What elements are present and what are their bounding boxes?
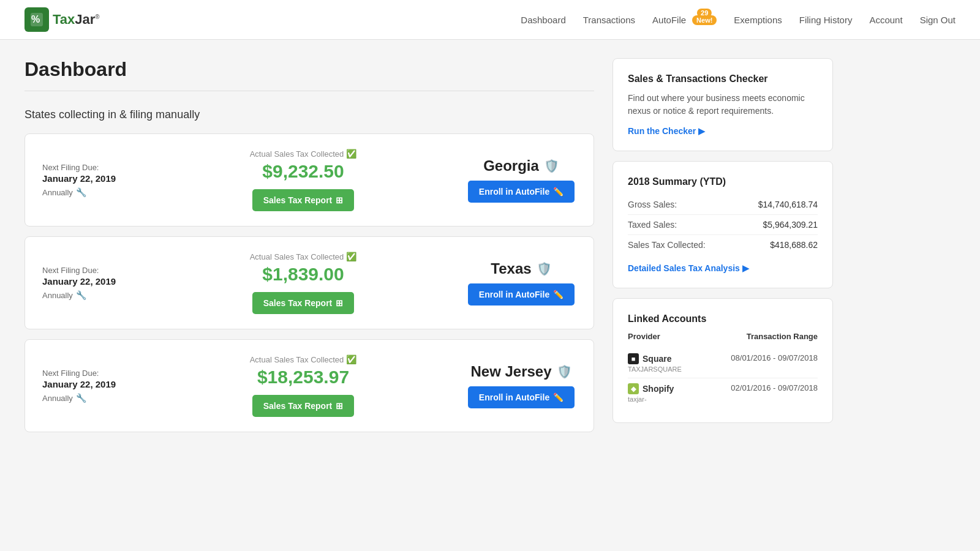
notif-wrapper: New! 29 (692, 15, 717, 24)
checker-card: Sales & Transactions Checker Find out wh… (612, 58, 833, 151)
next-filing-label-georgia: Next Filing Due: (42, 163, 140, 172)
linked-row-square: ■ Square TAXJARSQUARE 08/01/2016 - 09/07… (628, 348, 818, 378)
report-icon-georgia: ⊞ (336, 195, 343, 205)
check-icon-texas: ✅ (346, 252, 356, 261)
summary-row-taxed: Taxed Sales: $5,964,309.21 (628, 215, 818, 235)
page-title: Dashboard (24, 58, 594, 81)
summary-title: 2018 Summary (YTD) (628, 176, 818, 187)
provider-info-square: ■ Square TAXJARSQUARE (628, 353, 682, 373)
sales-tax-report-btn-texas[interactable]: Sales Tax Report ⊞ (252, 292, 355, 314)
card-right-texas: Texas 🛡️ Enroll in AutoFile ✏️ (466, 260, 576, 305)
provider-id-shopify: taxjar- (628, 395, 674, 403)
notification-badge: 29 (697, 9, 712, 17)
col-range-label: Transaction Range (747, 332, 818, 341)
summary-label-taxed: Taxed Sales: (628, 220, 677, 230)
summary-value-gross: $14,740,618.74 (758, 200, 818, 209)
state-card-new-jersey: Next Filing Due: January 22, 2019 Annual… (24, 339, 594, 432)
card-right-new-jersey: New Jersey 🛡️ Enroll in AutoFile ✏️ (466, 363, 576, 408)
header: % TaxJar® Dashboard Transactions AutoFil… (0, 0, 980, 40)
card-middle-georgia: Actual Sales Tax Collected ✅ $9,232.50 S… (153, 149, 454, 211)
nav-filing-history[interactable]: Filing History (799, 15, 853, 25)
summary-value-taxed: $5,964,309.21 (763, 220, 818, 230)
logo-text: TaxJar® (53, 12, 100, 28)
next-filing-date-georgia: January 22, 2019 (42, 173, 140, 184)
shopify-icon: ◆ (628, 383, 639, 394)
nav-autofile[interactable]: AutoFile (652, 15, 686, 25)
analysis-arrow-icon: ▶ (742, 263, 749, 273)
check-icon-georgia: ✅ (346, 149, 356, 159)
logo-icon: % (24, 7, 49, 32)
enroll-btn-new-jersey[interactable]: Enroll in AutoFile ✏️ (468, 386, 575, 408)
enroll-btn-texas[interactable]: Enroll in AutoFile ✏️ (468, 283, 575, 305)
summary-row-gross: Gross Sales: $14,740,618.74 (628, 195, 818, 215)
provider-info-shopify: ◆ Shopify taxjar- (628, 383, 674, 403)
sales-tax-report-btn-georgia[interactable]: Sales Tax Report ⊞ (252, 189, 355, 211)
summary-label-collected: Sales Tax Collected: (628, 240, 706, 250)
section-title: States collecting in & filing manually (24, 108, 594, 121)
wrench-icon-texas[interactable]: 🔧 (76, 290, 86, 300)
main-layout: Dashboard States collecting in & filing … (0, 40, 858, 460)
linked-header: Provider Transaction Range (628, 332, 818, 341)
summary-row-collected: Sales Tax Collected: $418,688.62 (628, 235, 818, 255)
enroll-icon-georgia: ✏️ (553, 187, 564, 197)
nav-transactions[interactable]: Transactions (583, 15, 635, 25)
state-name-georgia: Georgia 🛡️ (466, 157, 576, 174)
nav-exemptions[interactable]: Exemptions (734, 15, 782, 25)
collected-label-georgia: Actual Sales Tax Collected ✅ (153, 149, 454, 159)
card-middle-new-jersey: Actual Sales Tax Collected ✅ $18,253.97 … (153, 354, 454, 417)
linked-accounts-title: Linked Accounts (628, 313, 818, 324)
card-left-texas: Next Filing Due: January 22, 2019 Annual… (42, 266, 140, 300)
enroll-icon-new-jersey: ✏️ (553, 392, 564, 402)
frequency-texas: Annually 🔧 (42, 290, 140, 300)
state-card-georgia: Next Filing Due: January 22, 2019 Annual… (24, 133, 594, 227)
next-filing-label-new-jersey: Next Filing Due: (42, 369, 140, 378)
nav-sign-out[interactable]: Sign Out (920, 15, 956, 25)
summary-table: Gross Sales: $14,740,618.74 Taxed Sales:… (628, 195, 818, 255)
shield-icon-new-jersey: 🛡️ (557, 364, 572, 379)
collected-label-texas: Actual Sales Tax Collected ✅ (153, 252, 454, 261)
main-content: Dashboard States collecting in & filing … (24, 58, 594, 442)
collected-label-new-jersey: Actual Sales Tax Collected ✅ (153, 354, 454, 364)
summary-label-gross: Gross Sales: (628, 200, 677, 209)
title-divider (24, 91, 594, 91)
detailed-analysis-link[interactable]: Detailed Sales Tax Analysis ▶ (628, 263, 749, 273)
linked-accounts-table: ■ Square TAXJARSQUARE 08/01/2016 - 09/07… (628, 348, 818, 408)
provider-name-square: ■ Square (628, 353, 682, 364)
linked-accounts-card: Linked Accounts Provider Transaction Ran… (612, 298, 833, 423)
check-icon-new-jersey: ✅ (346, 354, 356, 364)
next-filing-label-texas: Next Filing Due: (42, 266, 140, 275)
checker-title: Sales & Transactions Checker (628, 73, 818, 84)
next-filing-date-new-jersey: January 22, 2019 (42, 379, 140, 389)
collected-amount-georgia: $9,232.50 (153, 161, 454, 182)
wrench-icon-new-jersey[interactable]: 🔧 (76, 393, 86, 403)
card-left-georgia: Next Filing Due: January 22, 2019 Annual… (42, 163, 140, 197)
nav-account[interactable]: Account (869, 15, 902, 25)
state-card-texas: Next Filing Due: January 22, 2019 Annual… (24, 236, 594, 329)
report-icon-texas: ⊞ (336, 298, 343, 308)
frequency-georgia: Annually 🔧 (42, 187, 140, 197)
collected-amount-texas: $1,839.00 (153, 264, 454, 285)
shield-icon-texas: 🛡️ (537, 261, 552, 276)
provider-name-shopify: ◆ Shopify (628, 383, 674, 394)
run-checker-link[interactable]: Run the Checker ▶ (628, 126, 705, 136)
card-middle-texas: Actual Sales Tax Collected ✅ $1,839.00 S… (153, 252, 454, 314)
provider-id-square: TAXJARSQUARE (628, 365, 682, 373)
main-nav: Dashboard Transactions AutoFile New! 29 … (521, 15, 956, 25)
wrench-icon-georgia[interactable]: 🔧 (76, 187, 86, 197)
frequency-new-jersey: Annually 🔧 (42, 393, 140, 403)
state-name-texas: Texas 🛡️ (466, 260, 576, 277)
svg-text:%: % (31, 14, 40, 24)
report-icon-new-jersey: ⊞ (336, 401, 343, 411)
card-left-new-jersey: Next Filing Due: January 22, 2019 Annual… (42, 369, 140, 403)
enroll-icon-texas: ✏️ (553, 290, 564, 299)
enroll-btn-georgia[interactable]: Enroll in AutoFile ✏️ (468, 181, 575, 203)
nav-dashboard[interactable]: Dashboard (521, 15, 565, 25)
nav-autofile-wrapper: AutoFile New! 29 (652, 15, 717, 25)
linked-row-shopify: ◆ Shopify taxjar- 02/01/2016 - 09/07/201… (628, 378, 818, 408)
collected-amount-new-jersey: $18,253.97 (153, 367, 454, 388)
card-right-georgia: Georgia 🛡️ Enroll in AutoFile ✏️ (466, 157, 576, 203)
date-range-square: 08/01/2016 - 09/07/2018 (731, 353, 818, 362)
logo-trademark: ® (95, 13, 99, 20)
sales-tax-report-btn-new-jersey[interactable]: Sales Tax Report ⊞ (252, 395, 355, 417)
shield-icon-georgia: 🛡️ (544, 159, 559, 173)
